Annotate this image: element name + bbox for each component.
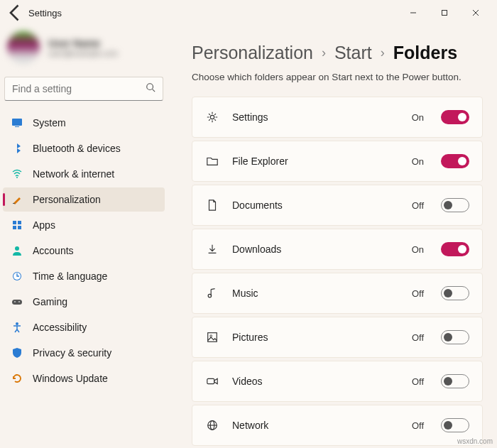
sidebar: User Name user@example.com SystemBluetoo… — [0, 26, 170, 448]
sidebar-item-label: Gaming — [33, 296, 67, 307]
privacy-icon — [11, 347, 23, 359]
network-icon — [11, 168, 23, 180]
folder-label: Downloads — [232, 244, 399, 255]
folder-list: Settings On File Explorer On Documents O… — [192, 97, 483, 446]
close-button[interactable] — [460, 1, 491, 24]
sidebar-item-time[interactable]: Time & language — [3, 264, 165, 288]
toggle-state-label: Off — [412, 420, 424, 431]
sidebar-item-gaming[interactable]: Gaming — [3, 290, 165, 314]
folder-row-document: Documents Off — [192, 185, 483, 226]
sidebar-item-accounts[interactable]: Accounts — [3, 239, 165, 263]
folder-row-music: Music Off — [192, 273, 483, 314]
profile-block[interactable]: User Name user@example.com — [0, 26, 168, 77]
search-input[interactable] — [12, 83, 155, 94]
svg-rect-8 — [13, 221, 16, 224]
toggle-state-label: On — [412, 244, 424, 255]
svg-rect-10 — [13, 226, 16, 229]
document-icon — [205, 198, 219, 212]
sidebar-item-update[interactable]: Windows Update — [3, 366, 165, 390]
search-icon — [146, 82, 155, 95]
toggle-switch[interactable] — [441, 242, 469, 256]
svg-point-17 — [16, 322, 18, 325]
sidebar-item-privacy[interactable]: Privacy & security — [3, 341, 165, 365]
time-icon — [11, 271, 23, 282]
download-icon — [205, 242, 219, 256]
sidebar-item-accessibility[interactable]: Accessibility — [3, 315, 165, 339]
sidebar-item-label: Network & internet — [33, 168, 114, 180]
apps-icon — [11, 219, 23, 231]
update-icon — [11, 373, 23, 384]
folder-row-picture: Pictures Off — [192, 317, 483, 358]
folder-label: Network — [232, 420, 399, 431]
sidebar-item-system[interactable]: System — [3, 111, 165, 135]
gear-icon — [205, 110, 219, 124]
sidebar-item-apps[interactable]: Apps — [3, 213, 165, 237]
sidebar-item-label: Accessibility — [33, 322, 87, 333]
sidebar-item-personalization[interactable]: Personalization — [3, 187, 165, 212]
sidebar-item-label: Time & language — [33, 271, 107, 282]
page-subtitle: Choose which folders appear on Start nex… — [192, 72, 483, 82]
folder-label: Documents — [232, 200, 399, 211]
back-arrow-icon — [6, 3, 26, 23]
toggle-switch[interactable] — [441, 374, 469, 388]
toggle-switch[interactable] — [441, 154, 469, 168]
svg-rect-22 — [207, 378, 214, 383]
svg-point-6 — [16, 177, 18, 178]
chevron-right-icon: › — [322, 45, 326, 60]
sidebar-nav: SystemBluetooth & devicesNetwork & inter… — [0, 111, 168, 390]
chevron-right-icon: › — [381, 45, 385, 60]
folder-icon — [205, 154, 219, 168]
maximize-button[interactable] — [429, 1, 460, 24]
svg-rect-15 — [12, 300, 22, 305]
svg-rect-4 — [12, 119, 22, 126]
svg-rect-5 — [15, 126, 19, 127]
system-icon — [11, 117, 23, 129]
folder-label: Settings — [232, 111, 399, 123]
folder-row-video: Videos Off — [192, 361, 483, 402]
sidebar-item-label: System — [33, 117, 66, 129]
sidebar-item-network[interactable]: Network & internet — [3, 162, 165, 186]
sidebar-item-label: Windows Update — [33, 373, 108, 384]
folder-row-download: Downloads On — [192, 229, 483, 270]
accessibility-icon — [11, 322, 23, 333]
back-button[interactable] — [6, 3, 26, 23]
breadcrumb-personalization[interactable]: Personalization — [192, 43, 313, 63]
breadcrumb-start[interactable]: Start — [334, 43, 372, 63]
breadcrumb-current: Folders — [393, 43, 457, 63]
svg-point-12 — [15, 246, 19, 251]
toggle-state-label: On — [412, 112, 424, 123]
toggle-state-label: Off — [412, 332, 424, 343]
svg-rect-20 — [208, 333, 217, 342]
toggle-switch[interactable] — [441, 198, 469, 212]
gaming-icon — [11, 296, 23, 307]
main-content: Personalization › Start › Folders Choose… — [170, 26, 497, 448]
breadcrumb: Personalization › Start › Folders — [192, 43, 483, 63]
svg-point-2 — [147, 84, 153, 90]
svg-rect-1 — [442, 11, 447, 16]
window-controls — [398, 1, 491, 24]
svg-rect-9 — [18, 221, 21, 224]
profile-name: User Name — [48, 38, 118, 49]
minimize-button[interactable] — [398, 1, 429, 24]
window-title: Settings — [28, 8, 62, 18]
svg-point-18 — [210, 115, 214, 119]
toggle-state-label: Off — [412, 288, 424, 299]
avatar — [7, 31, 40, 64]
svg-rect-11 — [18, 226, 21, 229]
accounts-icon — [11, 245, 23, 256]
toggle-switch[interactable] — [441, 110, 469, 124]
toggle-state-label: Off — [412, 200, 424, 211]
music-icon — [205, 286, 219, 300]
sidebar-item-bluetooth[interactable]: Bluetooth & devices — [3, 136, 165, 160]
folder-row-gear: Settings On — [192, 97, 483, 138]
toggle-switch[interactable] — [441, 330, 469, 344]
folder-label: Videos — [232, 376, 399, 387]
svg-rect-7 — [13, 203, 15, 204]
toggle-switch[interactable] — [441, 286, 469, 300]
sidebar-item-label: Apps — [33, 219, 55, 231]
toggle-switch[interactable] — [441, 418, 469, 432]
personalization-icon — [11, 194, 23, 205]
search-box[interactable] — [4, 77, 163, 101]
folder-row-folder: File Explorer On — [192, 141, 483, 182]
sidebar-item-label: Bluetooth & devices — [33, 143, 121, 154]
